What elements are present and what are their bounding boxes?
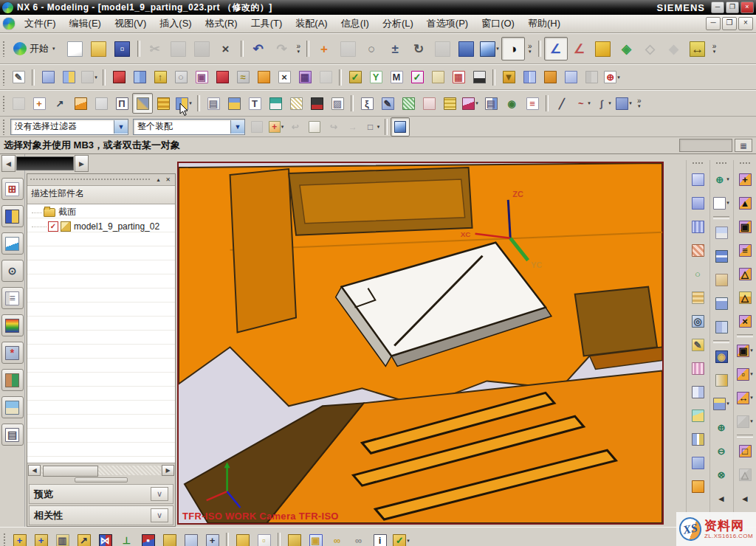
show-shape-button[interactable]: ⊕▾ (711, 167, 732, 191)
tag-sheet-button[interactable] (687, 404, 708, 427)
tab-scroll-track[interactable] (16, 156, 74, 170)
clamp-button[interactable]: T (244, 93, 265, 114)
dropdown-arrow[interactable]: ▾ (189, 100, 192, 106)
trim-sheet-button[interactable]: × (274, 67, 295, 88)
dependencies-panel-bar[interactable]: 相关性 ∨ (29, 505, 173, 525)
paste-button[interactable] (190, 37, 214, 61)
tan-box-button[interactable] (711, 268, 732, 291)
intersect-boolean-button[interactable]: ⊗ (711, 463, 732, 486)
scroll-left-button[interactable]: ◀ (28, 465, 41, 476)
dependencies-panel-collapse-button[interactable]: ∨ (151, 508, 168, 522)
hatch-bolt-button[interactable] (286, 93, 306, 114)
dropdown-arrow[interactable]: ▾ (726, 176, 729, 182)
dropdown-arrow[interactable]: ▾ (750, 418, 753, 424)
scenario-tab[interactable] (1, 396, 24, 418)
tree-label[interactable]: 截面 (58, 206, 76, 218)
window-grid-button[interactable]: ▤ (203, 93, 224, 114)
menu-preferences[interactable]: 首选项(P) (421, 15, 474, 32)
rotate-wcs-button[interactable] (591, 37, 615, 61)
delete-face-button[interactable]: × (735, 309, 755, 333)
extrude-button[interactable]: ↑ (150, 67, 171, 88)
pan-button[interactable] (430, 37, 454, 61)
verify-check-button[interactable]: ✓ (407, 67, 427, 88)
orient-view-button[interactable]: ▾ (478, 37, 501, 61)
fan-surface-button[interactable] (91, 93, 111, 114)
snap-point-button[interactable]: ◇ (639, 37, 662, 61)
rotate-view-button[interactable]: ↻ (407, 37, 430, 61)
crosshair-frame-button[interactable]: ⊕▾ (602, 67, 622, 88)
roles-tab[interactable] (1, 369, 24, 391)
datum-csys-button[interactable]: ∠ (544, 37, 568, 61)
eraser-cube-button[interactable] (305, 117, 324, 136)
frame-cube-button[interactable]: ▨ (327, 93, 348, 114)
wrap-geometry-button[interactable]: Y (365, 67, 386, 88)
dropdown-arrow[interactable]: ▾ (496, 46, 499, 52)
snap-toggle-button[interactable] (247, 117, 267, 136)
scroll-right-button[interactable]: ▶ (75, 155, 89, 172)
history-tab[interactable]: ⊙ (1, 260, 24, 282)
mdi-restore-button[interactable]: ❐ (722, 17, 737, 30)
menu-insert[interactable]: 插入(S) (154, 15, 197, 32)
sew-button[interactable] (315, 67, 336, 88)
gear-cube-button[interactable] (159, 530, 180, 546)
link-info-button[interactable]: ∞ (348, 530, 369, 546)
combo-dropdown-button[interactable]: ▼ (114, 120, 128, 134)
slab-button[interactable] (711, 291, 732, 315)
preview-panel-bar[interactable]: 预览 ∨ (29, 484, 173, 504)
tree-row-part[interactable]: ✓ model1_9_parting_02 (27, 219, 175, 233)
dropdown-arrow[interactable]: ▾ (608, 100, 611, 106)
panel-splitter[interactable] (27, 477, 175, 483)
system-materials-tab[interactable]: ≡ (1, 287, 24, 309)
rectangle-button[interactable]: ▾ (711, 191, 732, 215)
resize-blend-button[interactable]: △ (735, 286, 755, 309)
navigator-column-header[interactable]: 描述性部件名 (27, 185, 175, 204)
toolbar-overflow-chevron[interactable]: »▾ (712, 44, 717, 54)
pattern-frame-button[interactable]: + (29, 93, 49, 114)
fold-sheet-button[interactable] (687, 451, 708, 474)
ejector-button[interactable] (265, 93, 286, 114)
preview-panel-collapse-button[interactable]: ∨ (151, 487, 168, 501)
menu-assemblies[interactable]: 装配(A) (289, 15, 333, 32)
tools-palette-tab[interactable]: * (1, 342, 24, 364)
copy-face-button[interactable]: ▣▾ (735, 339, 755, 362)
trimmed-sheet-button[interactable] (38, 67, 58, 88)
trim-body-button[interactable] (58, 67, 79, 88)
flash-pencil-button[interactable]: ✎ (687, 333, 708, 356)
select-prev-button[interactable]: ↪ (324, 117, 343, 136)
view-eye-button[interactable]: ◉ (501, 93, 522, 114)
unite-boolean-button[interactable]: ⊕ (711, 415, 732, 439)
report-doc-button[interactable]: ≡ (522, 93, 543, 114)
rendering-style-button[interactable]: ◑ (501, 37, 525, 61)
wrench-button[interactable] (180, 530, 202, 546)
part-navigator-tab[interactable] (1, 205, 24, 227)
component-stack-button[interactable]: ▫ (253, 530, 275, 546)
wrench-plus-button[interactable]: + (202, 530, 223, 546)
resize-face-button[interactable]: ≡ (735, 238, 755, 262)
bolt-pair-button[interactable]: ▾ (173, 93, 194, 114)
mirror-assembly-button[interactable]: ⋈ (94, 530, 116, 546)
subtract-boolean-button[interactable]: ⊖ (711, 439, 732, 463)
windows-tab[interactable]: ▤ (1, 424, 24, 446)
csys-orient-button[interactable]: ↗ (49, 93, 70, 114)
point-dialog-button[interactable]: +▾ (267, 117, 286, 136)
measure-distance-button[interactable]: ↔ (686, 37, 709, 61)
dropdown-arrow[interactable]: ▾ (750, 395, 753, 401)
shaded-cube-button[interactable] (391, 117, 410, 136)
thread-button[interactable]: ≈ (233, 67, 253, 88)
dropdown-arrow[interactable]: ▾ (377, 124, 380, 130)
fit-view-button[interactable]: + (312, 37, 336, 61)
gradient-box-button[interactable] (711, 368, 732, 392)
swept-surface-button[interactable] (687, 167, 708, 191)
line-button[interactable]: ╱ (551, 93, 572, 114)
menu-format[interactable]: 格式(R) (199, 15, 244, 32)
studio-surface-button[interactable]: ○ (687, 262, 708, 286)
info-tag-button[interactable]: i (369, 530, 391, 546)
mesh-surface-button[interactable] (687, 215, 708, 238)
block-button[interactable] (109, 67, 129, 88)
scroll-right-button[interactable]: ▶ (162, 465, 174, 476)
shell-body-button[interactable]: ▾ (735, 410, 755, 433)
paste-special-button[interactable] (8, 93, 29, 114)
zoom-in-out-button[interactable]: ± (383, 37, 407, 61)
dialog-rail-button[interactable]: ▦ (735, 139, 752, 152)
hole-box-button[interactable]: ◉ (711, 345, 732, 368)
